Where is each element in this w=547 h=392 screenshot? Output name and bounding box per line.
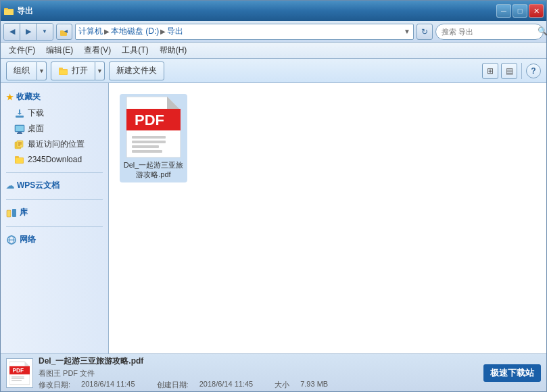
svg-rect-45 bbox=[11, 378, 24, 379]
status-size-label: 大小 bbox=[275, 380, 289, 390]
status-details: 看图王 PDF 文件 bbox=[39, 368, 478, 378]
svg-marker-12 bbox=[18, 113, 22, 115]
path-item-computer[interactable]: 计算机 bbox=[78, 26, 103, 37]
search-box: 🔍 bbox=[435, 24, 544, 40]
help-button[interactable]: ? bbox=[526, 64, 541, 78]
open-label: 打开 bbox=[72, 65, 88, 76]
status-modified-date: 2018/6/14 11:45 bbox=[81, 380, 135, 390]
svg-rect-26 bbox=[12, 209, 16, 217]
status-size-value: 7.93 MB bbox=[300, 380, 328, 390]
back-button[interactable]: ◀ bbox=[4, 24, 20, 40]
address-box[interactable]: 计算机 ▶ 本地磁盘 (D:) ▶ 导出 ▼ bbox=[75, 24, 414, 40]
status-filename: Del_一起游三亚旅游攻略.pdf bbox=[39, 356, 478, 367]
svg-rect-2 bbox=[4, 9, 14, 15]
sidebar-section-library: 库 bbox=[1, 204, 108, 221]
organize-dropdown-button[interactable]: ▼ bbox=[37, 62, 47, 80]
svg-rect-38 bbox=[132, 145, 159, 148]
address-dropdown-arrow[interactable]: ▼ bbox=[404, 28, 410, 35]
minimize-button[interactable]: ─ bbox=[496, 4, 511, 18]
refresh-button[interactable]: ↻ bbox=[417, 24, 433, 40]
svg-rect-14 bbox=[16, 126, 24, 131]
search-input[interactable] bbox=[442, 28, 535, 36]
open-dropdown-button[interactable]: ▼ bbox=[95, 62, 105, 80]
wps-cloud-icon: ☁ bbox=[6, 181, 14, 191]
toolbar-right: ⊞ ▤ ? bbox=[482, 63, 541, 79]
sidebar-divider-1 bbox=[6, 172, 103, 173]
sidebar-item-desktop-label: 桌面 bbox=[28, 123, 44, 134]
svg-rect-46 bbox=[11, 380, 22, 381]
status-created-label: 创建日期: bbox=[157, 380, 189, 390]
open-button[interactable]: 打开 bbox=[51, 62, 95, 80]
window-icon bbox=[3, 5, 14, 16]
pdf-file-icon: PDF bbox=[126, 97, 181, 157]
view-button-1[interactable]: ⊞ bbox=[482, 63, 498, 79]
status-app: 看图王 PDF 文件 bbox=[39, 368, 95, 378]
new-folder-label: 新建文件夹 bbox=[116, 65, 157, 76]
sidebar-header-wps[interactable]: ☁ WPS云文档 bbox=[1, 177, 108, 194]
menu-file[interactable]: 文件(F) bbox=[3, 43, 41, 57]
svg-rect-9 bbox=[16, 116, 24, 118]
organize-label: 组织 bbox=[14, 65, 30, 76]
window-title: 导出 bbox=[17, 5, 33, 17]
content-area: PDF Del_一起游三亚旅游攻略.pdf bbox=[109, 83, 546, 353]
title-bar: 导出 ─ □ ✕ bbox=[1, 1, 546, 21]
sidebar-item-desktop[interactable]: 桌面 bbox=[1, 121, 108, 137]
sidebar-item-recent-label: 最近访问的位置 bbox=[28, 139, 85, 150]
library-icon bbox=[6, 207, 17, 218]
network-label: 网络 bbox=[20, 234, 36, 245]
sidebar-section-network: 网络 bbox=[1, 231, 108, 248]
sidebar-header-network[interactable]: 网络 bbox=[1, 231, 108, 248]
file-label: Del_一起游三亚旅游攻略.pdf bbox=[124, 160, 184, 180]
svg-rect-16 bbox=[17, 133, 22, 134]
forward-button[interactable]: ▶ bbox=[20, 24, 37, 40]
search-icon[interactable]: 🔍 bbox=[538, 26, 547, 37]
maximize-button[interactable]: □ bbox=[513, 4, 527, 18]
svg-rect-37 bbox=[132, 141, 166, 143]
favorites-label: 收藏夹 bbox=[16, 91, 41, 103]
svg-text:PDF: PDF bbox=[135, 112, 164, 128]
sidebar-item-download-label: 下载 bbox=[28, 107, 44, 119]
sidebar-section-favorites: ★ 收藏夹 下载 bbox=[1, 89, 108, 167]
sidebar-item-recent[interactable]: 最近访问的位置 bbox=[1, 137, 108, 152]
path-item-drive[interactable]: 本地磁盘 (D:) bbox=[111, 26, 159, 37]
favorites-icon: ★ bbox=[6, 93, 14, 102]
toolbar: 组织 ▼ 打开 ▼ 新建文件夹 ⊞ ▤ ? bbox=[1, 59, 546, 83]
desktop-icon bbox=[14, 124, 25, 134]
sidebar-item-2345-label: 2345Download bbox=[28, 155, 82, 164]
menu-help[interactable]: 帮助(H) bbox=[154, 43, 193, 57]
svg-marker-41 bbox=[25, 362, 30, 367]
view-button-2[interactable]: ▤ bbox=[501, 63, 517, 79]
svg-rect-4 bbox=[60, 30, 64, 32]
open-icon bbox=[58, 66, 69, 76]
organize-button-group: 组织 ▼ bbox=[6, 62, 47, 80]
toolbar-separator bbox=[521, 63, 522, 79]
dropdown-nav-button[interactable]: ▼ bbox=[37, 24, 53, 40]
up-button[interactable] bbox=[56, 24, 72, 40]
file-item-pdf[interactable]: PDF Del_一起游三亚旅游攻略.pdf bbox=[120, 94, 187, 182]
menu-tools[interactable]: 工具(T) bbox=[116, 43, 153, 57]
organize-button[interactable]: 组织 bbox=[6, 62, 37, 80]
main-area: ★ 收藏夹 下载 bbox=[1, 83, 546, 353]
open-button-group: 打开 ▼ bbox=[51, 62, 105, 80]
window: 导出 ─ □ ✕ ◀ ▶ ▼ 计算机 ▶ 本地磁盘 (D:) ▶ bbox=[0, 0, 547, 392]
sidebar-divider-2 bbox=[6, 199, 103, 200]
menu-view[interactable]: 查看(V) bbox=[78, 43, 116, 57]
menu-edit[interactable]: 编辑(E) bbox=[41, 43, 78, 57]
status-file-icon: PDF bbox=[9, 361, 30, 385]
recent-icon bbox=[14, 139, 25, 150]
sidebar-header-library[interactable]: 库 bbox=[1, 204, 108, 221]
sidebar-item-download[interactable]: 下载 bbox=[1, 105, 108, 121]
status-info: Del_一起游三亚旅游攻略.pdf 看图王 PDF 文件 修改日期: 2018/… bbox=[39, 356, 478, 390]
close-button[interactable]: ✕ bbox=[529, 4, 544, 18]
path-sep-2: ▶ bbox=[160, 28, 166, 35]
brand-label: 极速下载站 bbox=[483, 364, 541, 382]
new-folder-button[interactable]: 新建文件夹 bbox=[109, 62, 164, 80]
2345-icon bbox=[14, 154, 25, 165]
status-thumbnail: PDF bbox=[6, 358, 33, 388]
svg-rect-8 bbox=[60, 70, 67, 74]
title-controls: ─ □ ✕ bbox=[496, 4, 544, 18]
sidebar-header-favorites[interactable]: ★ 收藏夹 bbox=[1, 89, 108, 105]
sidebar-item-2345[interactable]: 2345Download bbox=[1, 152, 108, 167]
path-sep-1: ▶ bbox=[104, 28, 110, 35]
path-item-export[interactable]: 导出 bbox=[167, 26, 183, 37]
